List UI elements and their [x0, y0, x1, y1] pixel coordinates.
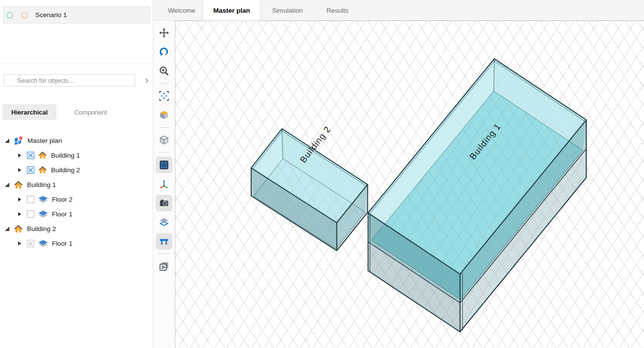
tree-label: Master plan [27, 137, 62, 144]
tree-row-floor-1-b2[interactable]: Floor 1 [0, 236, 153, 251]
toolbar-separator [159, 127, 169, 128]
tree-row-master-plan[interactable]: Master plan [0, 133, 153, 148]
sidebar-view-tabs: Hierarchical Component [2, 104, 116, 120]
tree-label: Building 2 [51, 166, 80, 174]
toolbar-separator [159, 152, 169, 153]
toolbar-separator [159, 83, 169, 84]
workarea: Building 2 Building 1 [153, 21, 644, 348]
checkbox-checked-x-blue[interactable] [27, 166, 34, 174]
scenario-status-orange-ring-icon [21, 12, 28, 19]
camera-tool-icon[interactable] [156, 195, 172, 211]
tree-collapsed-arrow-icon[interactable] [16, 211, 22, 217]
building-1-model[interactable] [368, 59, 587, 332]
scenario-header[interactable]: Scenario 1 [3, 6, 150, 23]
tab-component[interactable]: Component [65, 104, 116, 120]
tree-row-floor-1[interactable]: Floor 1 [0, 207, 153, 221]
checkbox-unchecked[interactable] [27, 210, 34, 218]
grid-toggle-icon[interactable] [156, 157, 172, 173]
toolbar-separator [159, 254, 169, 254]
search-row: › [0, 74, 153, 87]
solid-cube-view-icon[interactable] [156, 107, 172, 123]
tree-row-building-1-ref[interactable]: Building 1 [0, 148, 153, 162]
expand-panel-chevron-icon[interactable]: › [141, 73, 153, 88]
sidebar-divider [0, 64, 153, 64]
zoom-in-tool-icon[interactable] [156, 63, 172, 79]
tree-row-building-1[interactable]: Building 1 [0, 177, 153, 192]
tree-collapsed-arrow-icon[interactable] [16, 167, 22, 173]
tree-collapsed-arrow-icon[interactable] [16, 152, 22, 158]
tab-welcome[interactable]: Welcome [161, 0, 202, 21]
house-icon [38, 151, 47, 159]
document-tabstrip: Welcome Master plan Simulation Results [153, 0, 644, 21]
tree-row-building-2-ref[interactable]: Building 2 [0, 162, 153, 177]
master-plan-map-icon [14, 136, 24, 145]
move-tool-icon[interactable] [156, 24, 172, 41]
house-icon [14, 225, 23, 233]
scene-3d: Building 2 Building 1 [175, 21, 644, 348]
app-window: Scenario 1 › Hierarchical Component [0, 0, 644, 348]
media-playback-icon[interactable] [156, 258, 172, 275]
tab-hierarchical[interactable]: Hierarchical [2, 104, 56, 120]
house-icon [38, 166, 47, 174]
layers-toggle-icon[interactable] [156, 214, 172, 231]
tab-simulation[interactable]: Simulation [261, 0, 314, 21]
tree-row-floor-2[interactable]: Floor 2 [0, 192, 153, 207]
furniture-toggle-icon[interactable] [156, 233, 172, 250]
tree-label: Building 2 [27, 225, 56, 232]
scenario-label: Scenario 1 [35, 11, 67, 19]
tree-expanded-arrow-icon[interactable] [4, 138, 10, 143]
viewport-toolbar [153, 21, 175, 348]
scenario-status-teal-ring-icon [6, 12, 13, 19]
tree-label: Building 1 [51, 152, 80, 159]
search-input[interactable] [3, 74, 135, 87]
viewport-3d-canvas[interactable]: Building 2 Building 1 [175, 21, 644, 348]
object-sidebar: Scenario 1 › Hierarchical Component [0, 0, 153, 348]
tab-master-plan[interactable]: Master plan [202, 0, 261, 21]
rotate-tool-icon[interactable] [156, 44, 172, 60]
checkbox-unchecked[interactable] [27, 196, 34, 203]
house-icon [14, 181, 23, 189]
wireframe-cube-view-icon[interactable] [156, 132, 172, 148]
tab-results[interactable]: Results [314, 0, 361, 21]
tree-expanded-arrow-icon[interactable] [4, 226, 10, 232]
floor-layer-icon [38, 210, 48, 218]
object-tree: Master plan Building 1 [0, 133, 153, 251]
main-area: Welcome Master plan Simulation Results [153, 0, 644, 348]
tree-label: Floor 1 [52, 210, 72, 218]
floor-layer-icon [38, 240, 48, 247]
fit-view-tool-icon[interactable] [156, 88, 172, 104]
axes-toggle-icon[interactable] [156, 176, 172, 192]
tree-expanded-arrow-icon[interactable] [4, 182, 10, 187]
tree-label: Floor 2 [52, 196, 72, 203]
tree-collapsed-arrow-icon[interactable] [16, 196, 22, 202]
floor-layer-icon [38, 196, 48, 203]
checkbox-checked-x-blue[interactable] [27, 152, 34, 159]
tree-collapsed-arrow-icon[interactable] [16, 240, 22, 246]
tree-label: Building 1 [27, 181, 56, 188]
tree-label: Floor 1 [52, 240, 72, 247]
tree-row-building-2[interactable]: Building 2 [0, 221, 153, 236]
checkbox-checked-x-gray[interactable] [27, 240, 34, 247]
